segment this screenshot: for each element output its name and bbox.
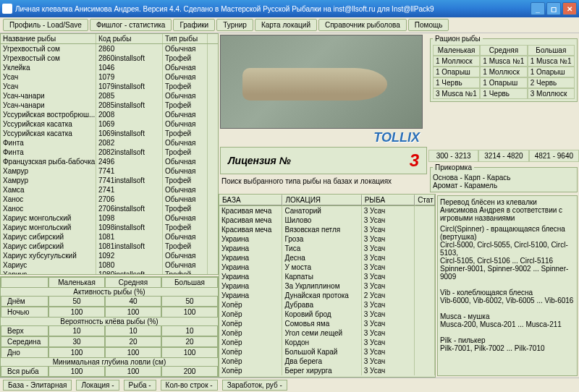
fish-row[interactable]: Хариус монгольский1098installsoftТрофей: [1, 223, 218, 232]
tab-medium[interactable]: Средняя: [105, 277, 161, 288]
fish-row[interactable]: Усач1079installsoftТрофей: [1, 82, 218, 91]
loc-row[interactable]: ХопёрДубрава3 Усач: [219, 300, 435, 310]
menu-item[interactable]: Справочник рыболова: [318, 19, 407, 31]
fish-row[interactable]: Уссурийская востробрюш...2008Обычная: [1, 110, 218, 119]
logo: TOLLIX: [220, 129, 427, 147]
stat-row: Верх101010: [1, 325, 218, 336]
loc-row[interactable]: ХопёрУгол семи лещей3 Усач: [219, 328, 435, 338]
app-icon: [2, 4, 12, 14]
fish-row[interactable]: Хариус сибирский1081Обычная: [1, 232, 218, 242]
prikormka-fieldset: Прикормка Основа - Карп - Карась Аромат …: [430, 163, 578, 192]
menu-item[interactable]: Турнир: [216, 19, 253, 31]
loc-row[interactable]: УкраинаГроза3 Усач: [219, 234, 435, 244]
fish-row[interactable]: Хариус сибирский1081installsoftТрофей: [1, 242, 218, 251]
fish-row[interactable]: Усач-чанари2085installsoftТрофей: [1, 101, 218, 110]
translate-line: Circl-5000, Circl-5055, Circl-5100, Circ…: [440, 241, 575, 257]
translate-line: [440, 281, 575, 289]
fish-row[interactable]: Финта2082Обычная: [1, 138, 218, 148]
loc-row[interactable]: УкраинаЗа Укрлиплином3 Усач: [219, 281, 435, 291]
translate-line: [440, 328, 575, 336]
fish-image: [220, 35, 423, 129]
fish-row[interactable]: Ханос2706installsoftТрофей: [1, 204, 218, 213]
loc-col[interactable]: Стат: [415, 195, 435, 205]
translate-line: Circl(Spinner) - вращающаяся блесна (вер…: [440, 225, 575, 241]
location-grid[interactable]: БАЗАЛОКАЦИЯРЫБАСтат Красивая мечаСанатор…: [219, 194, 436, 378]
fish-row[interactable]: Угрехвостый сом2860Обычная: [1, 44, 218, 54]
translate-fieldset: Перевод блёсен из клевалки Анисимова Анд…: [437, 195, 578, 376]
ration-legend: Рацион рыбы: [433, 35, 483, 43]
fish-row[interactable]: Финта2082installsoftТрофей: [1, 148, 218, 157]
fish-row[interactable]: Хамрур7741installsoftТрофей: [1, 176, 218, 185]
fish-row[interactable]: Ханос2706Обычная: [1, 195, 218, 204]
fish-row[interactable]: Усач-чанари2085Обычная: [1, 91, 218, 101]
menu-item[interactable]: Профиль - Load/Save: [3, 19, 88, 31]
menu-item[interactable]: Графики: [173, 19, 215, 31]
menu-item[interactable]: Фишлог - статистика: [90, 19, 172, 31]
fish-row[interactable]: Хамрур7741Обычная: [1, 166, 218, 176]
loc-col[interactable]: ЛОКАЦИЯ: [282, 195, 361, 205]
loc-row[interactable]: УкраинаДесна3 Усач: [219, 253, 435, 263]
loc-row[interactable]: ХопёрСомовья яма3 Усач: [219, 319, 435, 328]
translate-title: Перевод блёсен из клевалки Анисимова Анд…: [440, 198, 575, 222]
translate-line: Circl-5105, Circl-5106 ... Circl-5116: [440, 257, 575, 265]
loc-col[interactable]: БАЗА: [219, 195, 282, 205]
fish-row[interactable]: Усач1079Обычная: [1, 72, 218, 82]
translate-line: Pilk - пилькер: [440, 336, 575, 344]
translate-line: Spinner-9001, Spinner-9002 ... Spinner-9…: [440, 265, 575, 281]
menu-item[interactable]: Карта локаций: [255, 19, 317, 31]
maximize-button[interactable]: ◻: [546, 2, 561, 15]
fish-row[interactable]: Хариус1080installsoftТрофей: [1, 270, 218, 275]
col-fish-name[interactable]: Название рыбы: [1, 34, 96, 43]
fish-row[interactable]: Хамса2741Обычная: [1, 185, 218, 195]
fish-row[interactable]: Уссурийская касатка1069Обычная: [1, 119, 218, 129]
col-fish-type[interactable]: Тип рыбы: [163, 34, 208, 43]
loc-row[interactable]: ХопёрБольшой Карай3 Усач: [219, 347, 435, 357]
fish-row[interactable]: Хариус монгольский1098Обычная: [1, 213, 218, 223]
ration-row: 3 Musca №11 Червь3 Моллюск: [433, 88, 575, 99]
menu-item[interactable]: Помощь: [408, 19, 449, 31]
loc-row[interactable]: УкраинаКарпаты3 Усач: [219, 272, 435, 281]
size-tabs: Маленькая Средняя Большая: [1, 277, 218, 288]
loc-row[interactable]: ХопёрБерег хирурга3 Усач: [219, 366, 435, 375]
prikormka-base: Основа - Карп - Карась: [433, 174, 575, 182]
fish-row[interactable]: Уссурийская касатка1069installsoftТрофей: [1, 129, 218, 138]
loc-col[interactable]: РЫБА: [362, 195, 415, 205]
depth-title: Минимальная глубина ловли (см): [1, 358, 218, 366]
prikormka-aroma: Аромат - Карамель: [433, 182, 575, 189]
ration-row: 1 Опарыш1 Моллюск1 Опарыш: [433, 67, 575, 77]
stat-row: Ночью100100100: [1, 307, 218, 318]
tab-large[interactable]: Большая: [161, 277, 218, 288]
loc-row[interactable]: ХопёрКоровий брод3 Усач: [219, 310, 435, 319]
status-zar: Заработок, руб -: [222, 380, 287, 391]
status-ryba: Рыба -: [124, 380, 156, 391]
translate-line: Musca-200, Musca-201 ... Musca-211: [440, 320, 575, 328]
loc-row[interactable]: УкраинаТиса3 Усач: [219, 244, 435, 253]
fish-row[interactable]: Уклейка1046Обычная: [1, 63, 218, 72]
translate-line: Vib-6000, Vib-6002, Vib-6005 ... Vib-601…: [440, 297, 575, 304]
loc-row[interactable]: УкраинаДунайская протока2 Усач: [219, 291, 435, 300]
tab-small[interactable]: Маленькая: [48, 277, 105, 288]
loc-row[interactable]: ХопёрКордон3 Усач: [219, 338, 435, 347]
fish-row[interactable]: Угрехвостый сом2860installsoftТрофей: [1, 54, 218, 63]
col-fish-code[interactable]: Код рыбы: [96, 34, 163, 43]
license-label: Лицензия №: [228, 155, 291, 166]
ration-row: 1 Червь1 Опарыш2 Червь: [433, 77, 575, 88]
fish-grid[interactable]: Название рыбы Код рыбы Тип рыбы Угрехвос…: [0, 33, 219, 275]
loc-row[interactable]: ХопёрДва берега3 Усач: [219, 357, 435, 366]
statusbar: База - Элитарная Локация - Рыба - Кол-во…: [0, 378, 579, 392]
close-button[interactable]: ✕: [562, 2, 577, 15]
menubar: Профиль - Load/SaveФишлог - статистикаГр…: [0, 17, 579, 33]
translate-line: Musca - мушка: [440, 312, 575, 320]
minimize-button[interactable]: _: [531, 2, 545, 15]
loc-row[interactable]: Красивая мечаВязовская петля3 Усач: [219, 225, 435, 234]
prob-title: Вероятность клёва рыбы (%): [1, 318, 218, 325]
translate-line: [440, 304, 575, 312]
loc-row[interactable]: Красивая мечаШилово3 Усач: [219, 216, 435, 225]
fish-row[interactable]: Хариус1080Обычная: [1, 260, 218, 270]
ration-col: Средняя: [480, 45, 527, 56]
fish-row[interactable]: Хариус хубсугульский1092Обычная: [1, 251, 218, 260]
loc-row[interactable]: УкраинаУ моста3 Усач: [219, 263, 435, 272]
fish-row[interactable]: Французская рыба-бабочка2496Обычная: [1, 157, 218, 166]
stat-row: Днём504050: [1, 296, 218, 307]
loc-row[interactable]: Красивая мечаСанаторий3 Усач: [219, 206, 435, 216]
